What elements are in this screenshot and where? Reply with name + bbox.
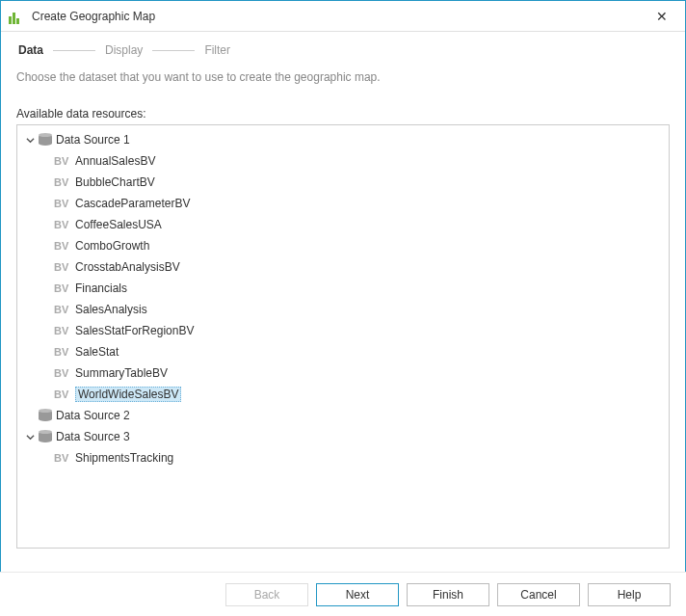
titlebar: Create Geographic Map ✕ (1, 1, 685, 32)
tree-item[interactable]: BV SaleStat (17, 341, 669, 362)
chevron-down-icon[interactable] (23, 133, 37, 147)
tree-item-label: Financials (75, 281, 127, 295)
datasource-label: Data Source 3 (56, 430, 130, 443)
chevron-down-icon[interactable] (23, 430, 37, 443)
datasource-label: Data Source 2 (56, 409, 130, 422)
tree-item-label: SalesStatForRegionBV (75, 324, 194, 337)
tree-panel[interactable]: Data Source 1 BV AnnualSalesBV BV Bubble… (16, 124, 670, 549)
tree-item-label: SalesAnalysis (75, 303, 147, 316)
cancel-button[interactable]: Cancel (497, 583, 580, 606)
wizard-steps: Data Display Filter (16, 43, 670, 57)
tree-item[interactable]: BV Financials (17, 278, 669, 299)
bv-icon: BV (54, 367, 71, 379)
tree-item[interactable]: BV BubbleChartBV (17, 172, 669, 193)
datasource-label: Data Source 1 (56, 133, 130, 147)
bv-icon: BV (54, 176, 71, 188)
tree-item-label: AnnualSalesBV (75, 154, 155, 168)
bv-icon: BV (54, 304, 71, 315)
tree-item-label: CascadeParameterBV (75, 197, 190, 210)
step-filter[interactable]: Filter (202, 43, 232, 57)
window-title: Create Geographic Map (32, 10, 646, 23)
tree-node-datasource-1[interactable]: Data Source 1 (17, 129, 669, 150)
step-data[interactable]: Data (16, 43, 45, 57)
app-icon (9, 9, 24, 24)
tree-item-selected[interactable]: BV WorldWideSalesBV (17, 384, 669, 405)
content-area: Data Display Filter Choose the dataset t… (1, 32, 685, 549)
step-separator (53, 50, 95, 51)
tree-item[interactable]: BV CascadeParameterBV (17, 193, 669, 214)
tree-item-label: SummaryTableBV (75, 366, 168, 380)
tree-item[interactable]: BV ShipmentsTracking (17, 447, 669, 469)
tree-item[interactable]: BV AnnualSalesBV (17, 150, 669, 172)
tree-item[interactable]: BV SummaryTableBV (17, 362, 669, 384)
bv-icon: BV (54, 282, 71, 294)
database-icon (39, 410, 52, 421)
bv-icon: BV (54, 388, 71, 400)
bv-icon: BV (54, 452, 71, 464)
bv-icon: BV (54, 346, 71, 358)
wizard-description: Choose the dataset that you want to use … (16, 70, 670, 84)
resources-label: Available data resources: (16, 107, 670, 121)
tree-item-label: ComboGrowth (75, 239, 149, 253)
back-button: Back (225, 583, 308, 606)
tree-item-label: WorldWideSalesBV (75, 387, 181, 402)
tree-item[interactable]: BV SalesAnalysis (17, 299, 669, 320)
tree-item[interactable]: BV SalesStatForRegionBV (17, 320, 669, 341)
tree-item-label: CrosstabAnalysisBV (75, 260, 180, 274)
step-display[interactable]: Display (103, 43, 145, 57)
bv-icon: BV (54, 325, 71, 336)
tree-node-datasource-3[interactable]: Data Source 3 (17, 426, 669, 447)
step-separator (152, 50, 195, 51)
bv-icon: BV (54, 240, 71, 252)
bv-icon: BV (54, 261, 71, 273)
tree-item-label: BubbleChartBV (75, 175, 155, 189)
help-button[interactable]: Help (588, 583, 671, 606)
footer: Back Next Finish Cancel Help (0, 572, 686, 616)
close-icon[interactable]: ✕ (646, 1, 677, 32)
tree-item-label: ShipmentsTracking (75, 451, 173, 465)
tree-item[interactable]: BV CrosstabAnalysisBV (17, 256, 669, 278)
bv-icon: BV (54, 219, 71, 230)
next-button[interactable]: Next (316, 583, 399, 606)
tree-item-label: SaleStat (75, 345, 119, 359)
database-icon (39, 134, 52, 146)
database-icon (39, 431, 52, 442)
bv-icon: BV (54, 198, 71, 209)
tree-node-datasource-2[interactable]: Data Source 2 (17, 405, 669, 426)
finish-button[interactable]: Finish (407, 583, 489, 606)
tree-item[interactable]: BV CoffeeSalesUSA (17, 214, 669, 235)
bv-icon: BV (54, 155, 71, 167)
tree-item[interactable]: BV ComboGrowth (17, 235, 669, 256)
tree-item-label: CoffeeSalesUSA (75, 218, 162, 231)
